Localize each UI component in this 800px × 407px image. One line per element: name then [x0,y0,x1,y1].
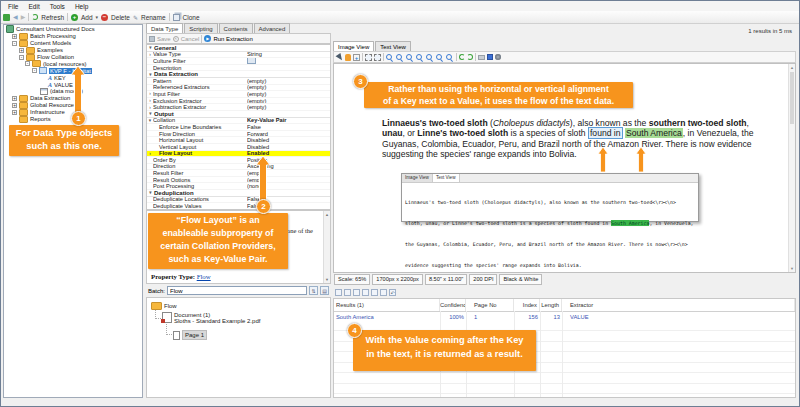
property-row-input-filter[interactable]: › Input Filter (empty) [147,91,330,98]
batch-document-item[interactable]: Document (1) Sloths - Standard Example 2… [162,312,260,324]
property-row-pattern[interactable]: Pattern (empty) [147,78,330,85]
collapse-icon[interactable]: - [19,55,24,60]
zoom-100-icon[interactable] [406,54,412,60]
section-deduplication[interactable]: ▾ Deduplication [147,190,330,197]
results-copy-icon[interactable] [362,289,369,296]
property-row-subtraction-extractor[interactable]: › Subtraction Extractor (empty) [147,104,330,111]
section-data-extraction[interactable]: ▾ Data Extraction [147,71,330,78]
property-row-post-processing[interactable]: Post Processing (none) [147,183,330,190]
property-row-culture-filter[interactable]: Culture Filter [147,58,330,65]
property-row-order-by[interactable]: Order By Position [147,157,330,164]
collapse-icon[interactable]: - [12,41,17,46]
clone-button[interactable]: Clone [183,14,200,21]
zoom-out-icon[interactable] [396,54,402,60]
tab-scripting[interactable]: Scripting [184,23,217,33]
menu-help[interactable]: Help [70,3,93,10]
forward-icon[interactable]: ▶ [21,13,26,21]
section-general[interactable]: ▾ General [147,45,330,52]
results-columns-icon[interactable] [353,289,360,296]
tree-item-root[interactable]: Consultant Unstructured Docs [4,26,142,33]
menu-file[interactable]: File [3,3,23,10]
property-row-referenced-extractors[interactable]: Referenced Extractors (empty) [147,85,330,92]
document-scrollbar[interactable]: ▲ ▼ [788,64,795,272]
save-button[interactable]: Save [157,36,171,42]
scroll-up-icon[interactable]: ▲ [324,212,330,217]
results-export-icon[interactable] [371,289,378,296]
property-row-result-filter[interactable]: Result Filter (empty) [147,170,330,177]
col-length[interactable]: Length [540,299,562,311]
add-button[interactable]: Add [81,14,93,21]
zoom-height-icon[interactable] [436,54,442,60]
scroll-up-icon[interactable]: ▲ [790,65,794,70]
property-row-description[interactable]: Description [147,65,330,72]
zoom-in-icon[interactable] [386,54,392,60]
scroll-down-icon[interactable]: ▼ [790,266,794,271]
expand-icon[interactable]: + [12,103,17,108]
save-image-icon[interactable] [487,54,493,60]
col-page-no[interactable]: Page No [466,299,514,311]
menu-edit[interactable]: Edit [23,3,44,10]
scroll-down-icon[interactable]: ▼ [324,277,330,282]
batch-filter-icon[interactable]: ⇅ [309,286,318,295]
property-row-collation[interactable]: ▾ Collation Key-Value Pair [147,118,330,125]
results-expand-icon[interactable] [344,289,351,296]
property-row-value-type[interactable]: › Value Type String [147,52,330,59]
property-row-direction[interactable]: Direction Ascending [147,164,330,171]
tab-data-type[interactable]: Data Type [146,23,183,33]
property-row-flow-direction[interactable]: Flow Direction Forward [147,131,330,138]
rename-button[interactable]: Rename [141,14,166,21]
collapse-icon[interactable]: - [25,61,30,66]
property-row-result-options[interactable]: Result Options (empty) [147,177,330,184]
rotate-cw-icon[interactable] [467,54,473,60]
tree-item-content-models[interactable]: - Content Models [4,40,142,47]
run-extraction-button[interactable]: Run Extraction [213,36,252,42]
results-undo-icon[interactable]: ↶ [389,289,396,296]
tree-item-examples[interactable]: + Examples [4,47,142,54]
refresh-button[interactable]: Refresh [41,14,64,21]
col-results[interactable]: Results (1) [334,299,440,311]
property-row-exclusion-extractor[interactable]: › Exclusion Extractor (empty) [147,98,330,105]
batch-selector[interactable]: Flow [167,286,307,295]
rotate-ccw-icon[interactable] [459,54,465,60]
property-type-link[interactable]: Flow [197,273,211,280]
expand-icon[interactable]: + [12,34,17,39]
tree-item-flow-collation[interactable]: - Flow Collation [4,54,142,61]
property-row-enforce-line-boundaries[interactable]: Enforce Line Boundaries False [147,124,330,131]
results-grid-icon[interactable] [335,289,342,296]
region-tool-icon[interactable]: + [353,54,360,61]
delete-button[interactable]: Delete [111,14,130,21]
zoom-width-icon[interactable] [426,54,432,60]
collapse-icon[interactable]: - [32,68,37,73]
zoom-rect-icon[interactable] [365,54,372,61]
menu-tools[interactable]: Tools [45,3,70,10]
tab-text-view[interactable]: Text View [375,41,411,51]
batch-view-icon[interactable]: ▤ [320,286,329,295]
section-output[interactable]: ▾ Output [147,111,330,118]
tab-contents[interactable]: Contents [219,23,253,33]
tab-image-view[interactable]: Image View [333,41,374,51]
select-tool-icon[interactable] [336,52,345,61]
batch-page-item[interactable]: Page 1 [173,330,207,340]
zoom-selection-icon[interactable] [446,54,452,60]
zoom-fit-icon[interactable] [416,54,422,60]
property-row-deduplicate-locations[interactable]: Deduplicate Locations False [147,197,330,204]
col-index[interactable]: Index [514,299,540,311]
viewer-settings-icon[interactable] [495,54,501,60]
batch-root-item[interactable]: Flow [151,302,177,310]
property-row-horizontal-layout[interactable]: Horizontal Layout Disabled [147,137,330,144]
zoom-dynamic-icon[interactable] [374,54,381,61]
property-row-flow-layout[interactable]: › Flow Layout Enabled [147,151,330,158]
add-dropdown-icon[interactable]: ▾ [96,14,99,20]
pan-tool-icon[interactable] [345,54,351,61]
scrollbar-thumb[interactable] [790,72,794,124]
col-extractor[interactable]: Extractor [562,299,795,311]
expand-icon[interactable]: + [19,48,24,53]
back-icon[interactable]: ◀ [13,13,18,21]
tree-item-batch-processing[interactable]: + Batch Processing [4,33,142,40]
expand-icon[interactable]: + [12,96,17,101]
property-row-vertical-layout[interactable]: Vertical Layout Disabled [147,144,330,151]
results-refresh-icon[interactable] [380,289,387,296]
property-row-deduplicate-values[interactable]: Deduplicate Values False [147,203,330,210]
cancel-button[interactable]: Cancel [181,36,200,42]
tab-advanced[interactable]: Advanced [254,23,291,33]
